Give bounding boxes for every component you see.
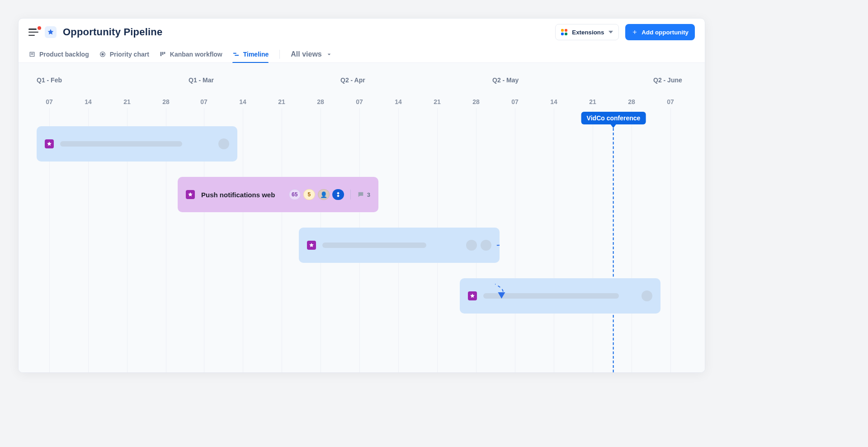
add-opportunity-button[interactable]: Add opportunity: [625, 24, 695, 40]
placeholder-title-bar: [322, 243, 426, 248]
extensions-label: Extensions: [572, 29, 604, 36]
event-pointer-icon: [611, 124, 616, 128]
view-tabs: Product backlog Priority chart Kanban wo…: [19, 46, 705, 63]
day-label: 14: [239, 98, 246, 105]
tab-product-backlog-label: Product backlog: [39, 51, 89, 58]
header: Opportunity Pipeline Extensions Add oppo…: [19, 19, 705, 46]
avatar-icon: 👤: [320, 191, 327, 198]
tab-timeline[interactable]: Timeline: [232, 46, 269, 63]
integration-chip-jira[interactable]: [332, 189, 344, 200]
month-label: Q2 - Apr: [340, 76, 365, 84]
day-label: 14: [395, 98, 402, 105]
extensions-button[interactable]: Extensions: [555, 24, 619, 40]
gridline: [554, 108, 554, 372]
tab-priority-chart-label: Priority chart: [110, 51, 149, 58]
gridline: [515, 108, 515, 372]
event-marker[interactable]: VidCo conference: [581, 112, 646, 128]
favorite-star-button[interactable]: [45, 26, 57, 38]
day-header-row: 0714212807142128071421280714212807: [19, 98, 705, 109]
page-title: Opportunity Pipeline: [63, 26, 162, 38]
timeline-icon: [232, 51, 240, 58]
day-label: 28: [162, 98, 170, 105]
day-label: 07: [200, 98, 208, 105]
month-label: Q2 - June: [653, 76, 682, 84]
target-icon: [99, 51, 106, 58]
all-views-label: All views: [291, 50, 321, 58]
day-label: 07: [46, 98, 53, 105]
timeline-card[interactable]: [299, 228, 500, 263]
chip-score-value: 65: [292, 191, 297, 198]
event-label: VidCo conference: [581, 112, 646, 124]
day-label: 21: [278, 98, 285, 105]
day-label: 14: [85, 98, 92, 105]
chip-priority[interactable]: 5: [303, 189, 315, 200]
add-opportunity-label: Add opportunity: [642, 29, 689, 36]
header-actions: Extensions Add opportunity: [555, 24, 695, 40]
month-header-row: Q1 - FebQ1 - MarQ2 - AprQ2 - MayQ2 - Jun…: [19, 76, 705, 87]
day-label: 21: [589, 98, 596, 105]
timeline-card[interactable]: [37, 126, 237, 162]
day-label: 21: [123, 98, 131, 105]
day-label: 28: [628, 98, 635, 105]
card-type-badge: [45, 139, 54, 148]
star-icon: [188, 192, 193, 197]
month-label: Q1 - Mar: [189, 76, 214, 84]
day-label: 07: [667, 98, 674, 105]
card-chips: 65 5 👤: [289, 189, 344, 200]
card-right: [466, 240, 491, 251]
gridline: [243, 108, 243, 372]
tab-timeline-label: Timeline: [243, 51, 269, 58]
comments-button[interactable]: 3: [357, 191, 370, 198]
timeline-card-selected[interactable]: Push notifications web 65 5 👤 3: [178, 177, 378, 212]
day-label: 28: [317, 98, 324, 105]
gridline: [593, 108, 593, 372]
avatar-placeholder: [466, 240, 477, 251]
month-label: Q1 - Feb: [37, 76, 62, 84]
plus-icon: [632, 29, 638, 35]
timeline-area[interactable]: Q1 - FebQ1 - MarQ2 - AprQ2 - MayQ2 - Jun…: [19, 63, 705, 372]
day-label: 07: [511, 98, 519, 105]
all-views-dropdown[interactable]: All views: [291, 50, 332, 58]
comments-count: 3: [367, 191, 370, 198]
day-label: 14: [550, 98, 557, 105]
day-label: 28: [472, 98, 480, 105]
timeline-card[interactable]: [460, 278, 660, 314]
star-icon: [47, 29, 54, 36]
card-right: 65 5 👤 3: [289, 189, 370, 200]
tab-separator: [279, 50, 280, 59]
star-icon: [309, 243, 314, 248]
avatar-placeholder: [481, 240, 491, 251]
placeholder-title-bar: [483, 293, 619, 299]
list-icon: [28, 51, 36, 58]
caret-down-icon: [609, 31, 613, 33]
tab-kanban[interactable]: Kanban workflow: [159, 46, 222, 63]
tab-product-backlog[interactable]: Product backlog: [28, 46, 89, 63]
avatar-placeholder: [642, 290, 652, 301]
chip-score[interactable]: 65: [289, 189, 301, 200]
event-vertical-line: [613, 128, 614, 372]
chevron-down-icon: [326, 51, 333, 58]
star-icon: [470, 293, 475, 299]
extensions-logo-icon: [561, 29, 567, 35]
day-label: 07: [356, 98, 363, 105]
menu-icon[interactable]: [28, 29, 38, 36]
card-title: Push notifications web: [201, 191, 275, 199]
app-window: Opportunity Pipeline Extensions Add oppo…: [18, 18, 705, 373]
placeholder-title-bar: [60, 141, 182, 147]
gridline: [632, 108, 632, 372]
card-type-badge: [307, 241, 316, 250]
gridline: [670, 108, 671, 372]
kanban-icon: [159, 51, 166, 58]
card-type-badge: [186, 190, 195, 199]
card-right: [218, 138, 229, 149]
tab-priority-chart[interactable]: Priority chart: [99, 46, 149, 63]
assignee-avatar[interactable]: 👤: [318, 189, 330, 200]
comment-icon: [357, 191, 364, 198]
chip-separator: [350, 190, 351, 200]
avatar-placeholder: [218, 138, 229, 149]
chip-priority-value: 5: [307, 191, 311, 198]
tab-kanban-label: Kanban workflow: [170, 51, 222, 58]
card-right: [642, 290, 652, 301]
gridline: [282, 108, 282, 372]
month-label: Q2 - May: [492, 76, 519, 84]
